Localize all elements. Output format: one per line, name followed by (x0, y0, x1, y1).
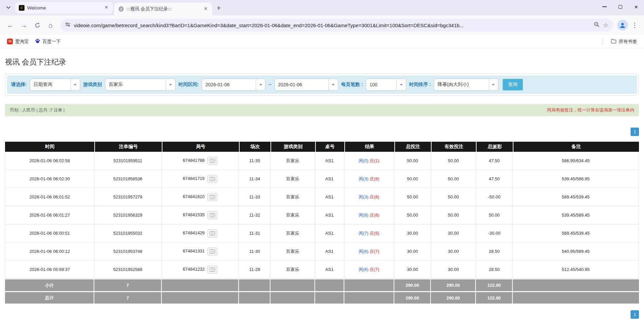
pagination-top: 1 (5, 128, 639, 136)
cell-bet-id: 523101959511 (94, 152, 161, 170)
chevron-down-icon (166, 79, 175, 90)
cell-bet-id: 523101952588 (94, 261, 161, 279)
cell-session: 11-33 (239, 188, 270, 206)
minimize-button[interactable] (597, 0, 612, 13)
query-type-select[interactable]: 日期查询 (30, 79, 80, 91)
table-row: 2026-01-06 06:01:52 523101957279 6748416… (5, 188, 639, 206)
per-page-select[interactable]: 100 (366, 79, 406, 91)
game-category-select[interactable]: 百家乐 (105, 79, 176, 91)
round-number: 674841232 (183, 267, 205, 272)
date-end-select[interactable]: 2026-01-06 (275, 79, 338, 91)
tab-close-icon[interactable]: × (203, 6, 209, 12)
table-body: 2026-01-06 06:02:58 523101959511 6748417… (5, 152, 639, 279)
cell-game: 百家乐 (270, 206, 315, 224)
page-1-button[interactable]: 1 (631, 128, 639, 136)
window-controls: × (597, 0, 644, 13)
cell-round: 674841786 (162, 152, 239, 170)
table-row: 2026-01-06 06:02:30 523101958536 6748417… (5, 170, 639, 188)
new-tab-button[interactable]: + (214, 3, 224, 13)
bet-records-table: 时间 注单编号 局号 场次 游戏类别 桌号 结果 总投注 有效投注 总派彩 备注… (5, 142, 639, 304)
url-text[interactable]: videoie.com/game/betrecord_search/kind3?… (74, 22, 590, 28)
profile-avatar[interactable] (617, 20, 628, 31)
tab-betrecord[interactable]: :::视讯 会员下注纪录::: × (114, 3, 212, 15)
cell-total-bet[interactable]: 50.00 (394, 170, 431, 188)
site-info-icon[interactable] (65, 22, 70, 29)
round-number: 674841331 (183, 248, 205, 254)
cell-time: 2026-01-06 06:01:27 (5, 206, 94, 224)
cell-bet-id: 523101953748 (94, 242, 161, 261)
tab-title: :::视讯 会员下注纪录::: (127, 6, 200, 12)
round-detail-icon[interactable] (207, 266, 217, 274)
cell-table: AS1 (315, 170, 344, 188)
close-window-button[interactable]: × (628, 0, 644, 13)
tab-title: Welcome (27, 5, 101, 10)
cell-total-bet[interactable]: 30.00 (394, 224, 431, 242)
browser-menu-icon[interactable]: ⋮ (630, 21, 639, 29)
date-range-label: 时间区间: (179, 82, 199, 88)
cell-note: 586.95/634.45 (513, 152, 639, 170)
bookmark-aitaobao[interactable]: 淘 爱淘宝 (4, 37, 32, 46)
cell-total-bet[interactable]: 50.00 (394, 152, 431, 170)
cell-note: 539.45/586.95 (513, 170, 639, 188)
round-number: 674841786 (183, 158, 205, 163)
cell-session: 11-35 (239, 152, 270, 170)
page-1-button[interactable]: 1 (631, 310, 639, 319)
round-detail-icon[interactable] (207, 211, 217, 219)
total-payout: 122.00 (476, 291, 513, 304)
maximize-button[interactable] (612, 0, 628, 13)
welcome-favicon-icon: ♕ (19, 5, 24, 11)
address-bar[interactable]: videoie.com/game/betrecord_search/kind3?… (60, 19, 613, 32)
sort-select[interactable]: 降幂(由大到小) (434, 79, 498, 91)
subtotal-total-bet: 290.00 (394, 279, 431, 291)
subtotal-row: 小计 7 290.00 290.00 122.00 (5, 279, 639, 291)
reload-button[interactable] (32, 19, 43, 31)
cell-valid-bet: 50.00 (431, 206, 476, 224)
round-detail-icon[interactable] (207, 175, 217, 183)
note-text: 同局有效投注，统一计算在该局第一张注单内 (547, 107, 634, 113)
cell-valid-bet: 50.00 (431, 152, 476, 170)
table-row: 2026-01-06 06:00:12 523101953748 6748413… (5, 242, 639, 261)
tab-close-icon[interactable]: × (103, 5, 109, 11)
search-button[interactable]: 查询 (503, 79, 523, 90)
total-valid-bet: 290.00 (431, 291, 476, 304)
chevron-down-icon (256, 79, 265, 90)
cell-total-bet[interactable]: 30.00 (394, 261, 431, 279)
round-detail-icon[interactable] (207, 229, 217, 237)
round-detail-icon[interactable] (207, 247, 217, 256)
chevron-down-icon (489, 79, 498, 90)
back-button[interactable]: ← (5, 19, 16, 31)
game-category-value: 百家乐 (105, 82, 166, 88)
tab-search-button[interactable] (3, 3, 13, 13)
round-detail-icon[interactable] (207, 193, 217, 201)
date-start-value: 2026-01-06 (202, 82, 256, 87)
round-detail-icon[interactable] (207, 157, 217, 165)
cell-total-bet[interactable]: 30.00 (394, 242, 431, 261)
cell-bet-id: 523101955032 (94, 224, 161, 242)
col-result: 结果 (344, 142, 394, 152)
bookmark-baidu[interactable]: 百度一下 (32, 37, 64, 46)
chevron-down-icon (329, 79, 338, 90)
zoom-icon[interactable] (594, 21, 600, 29)
date-start-select[interactable]: 2026-01-06 (202, 79, 265, 91)
divider (603, 39, 603, 45)
cell-total-bet[interactable]: 50.00 (394, 188, 431, 206)
cell-payout: 50.00 (476, 206, 513, 224)
date-separator: ~ (268, 82, 271, 87)
table-row: 2026-01-06 06:00:51 523101955032 6748414… (5, 224, 639, 242)
pagination-bottom: 1 (5, 310, 639, 319)
cell-total-bet[interactable]: 50.00 (394, 206, 431, 224)
forward-button[interactable]: → (18, 19, 30, 31)
col-valid-bet: 有效投注 (431, 142, 476, 152)
result-banker: 庄(6) (369, 194, 379, 199)
result-banker: 庄(6) (369, 213, 379, 218)
home-button[interactable]: ⌂ (45, 19, 56, 31)
result-banker: 庄(7) (369, 249, 379, 254)
baidu-paw-icon (35, 38, 40, 45)
cell-table: AS1 (315, 152, 344, 170)
cell-time: 2026-01-06 05:59:37 (5, 261, 94, 279)
all-bookmarks-button[interactable]: 所有书签 (608, 37, 640, 46)
col-session: 场次 (239, 142, 270, 152)
bookmark-star-icon[interactable]: ☆ (603, 21, 608, 29)
cell-session: 11-34 (239, 170, 270, 188)
tab-welcome[interactable]: ♕ Welcome × (15, 2, 113, 13)
